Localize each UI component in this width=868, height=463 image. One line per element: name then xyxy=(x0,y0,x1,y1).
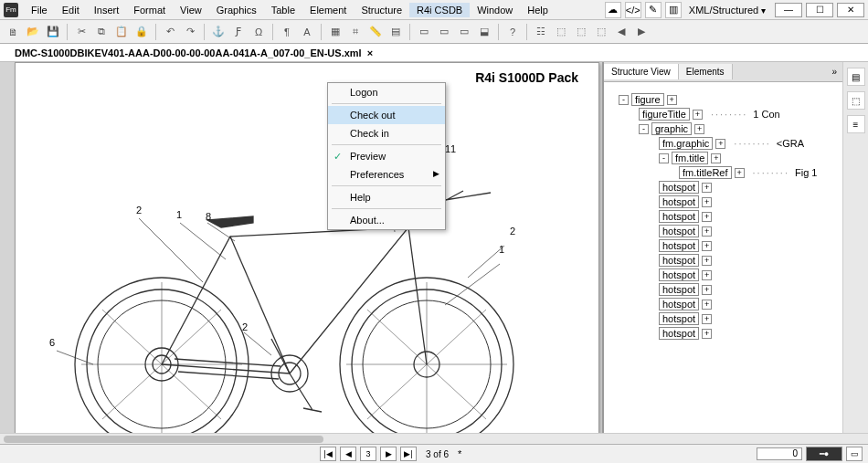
tree-node-hotspot[interactable]: hotspot+ xyxy=(609,312,837,325)
attr-icon[interactable]: ⬚ xyxy=(572,23,590,41)
tab-structure-view[interactable]: Structure View xyxy=(604,64,679,79)
tree-expand-attr-icon[interactable]: + xyxy=(702,329,712,339)
menuitem-preview[interactable]: Preview✓ xyxy=(328,147,445,165)
panel-collapse-icon[interactable]: » xyxy=(826,67,842,77)
menuitem-help[interactable]: Help xyxy=(328,188,445,206)
menuitem-check-in[interactable]: Check in xyxy=(328,124,445,142)
ruler-icon[interactable]: 📏 xyxy=(366,23,385,41)
zoom-toggle-icon[interactable]: ━● xyxy=(806,447,842,461)
tree-expand-attr-icon[interactable]: + xyxy=(694,124,704,134)
tree-expand-attr-icon[interactable]: + xyxy=(702,270,712,280)
redo-icon[interactable]: ↷ xyxy=(181,23,199,41)
tree-h-scrollbar[interactable] xyxy=(0,433,868,444)
menu-edit[interactable]: Edit xyxy=(55,3,87,17)
save-icon[interactable]: 💾 xyxy=(44,23,62,41)
tree-node-fm-titleRef[interactable]: fm.titleRef+········Fig 1 xyxy=(609,166,837,179)
tree-expand-attr-icon[interactable]: + xyxy=(735,168,745,178)
prev-icon[interactable]: ◀ xyxy=(612,23,630,41)
menu-view[interactable]: View xyxy=(173,3,209,17)
code-icon[interactable]: </> xyxy=(625,2,641,18)
menuitem-logon[interactable]: Logon xyxy=(328,83,445,101)
menuitem-about-[interactable]: About... xyxy=(328,211,445,229)
tree-node-hotspot[interactable]: hotspot+ xyxy=(609,181,837,194)
footnote-icon[interactable]: Ƒ xyxy=(229,23,248,41)
cloud-icon[interactable]: ☁ xyxy=(605,2,621,18)
tree-node-hotspot[interactable]: hotspot+ xyxy=(609,298,837,310)
menu-r4i-csdb[interactable]: R4i CSDB xyxy=(409,3,470,17)
structure-tree[interactable]: -figure+figureTitle+········1 Con-graphi… xyxy=(604,82,842,444)
char-icon[interactable]: A xyxy=(298,23,316,41)
page-number-field[interactable]: 3 xyxy=(360,447,376,461)
undo-icon[interactable]: ↶ xyxy=(161,23,179,41)
menu-structure[interactable]: Structure xyxy=(354,3,409,17)
strip-icon-1[interactable]: ▤ xyxy=(847,68,865,86)
menu-table[interactable]: Table xyxy=(264,3,302,17)
cut-icon[interactable]: ✂ xyxy=(72,23,90,41)
tree-expand-attr-icon[interactable]: + xyxy=(702,256,712,266)
new-icon[interactable]: 🗎 xyxy=(4,23,22,41)
paste-icon[interactable]: 📋 xyxy=(112,23,131,41)
menu-graphics[interactable]: Graphics xyxy=(209,3,264,17)
first-page-button[interactable]: |◀ xyxy=(320,447,336,461)
menuitem-check-out[interactable]: Check out xyxy=(328,106,445,124)
next-icon[interactable]: ▶ xyxy=(632,23,651,41)
canvas-area[interactable]: R4i S1000D Pack xyxy=(0,62,603,444)
tree-expand-attr-icon[interactable]: + xyxy=(711,153,721,163)
zoom-field[interactable]: 0 xyxy=(757,447,802,460)
para-icon[interactable]: ¶ xyxy=(278,23,296,41)
tree-node-hotspot[interactable]: hotspot+ xyxy=(609,195,837,208)
text-frame-icon[interactable]: ▭ xyxy=(415,23,433,41)
anchor-icon[interactable]: ⚓ xyxy=(209,23,228,41)
element-icon[interactable]: ⬚ xyxy=(552,23,570,41)
tree-node-hotspot[interactable]: hotspot+ xyxy=(609,225,837,237)
open-icon[interactable]: 📂 xyxy=(24,23,42,41)
close-button[interactable]: ✕ xyxy=(837,3,864,17)
wrap-icon[interactable]: ▭ xyxy=(455,23,473,41)
tree-expand-attr-icon[interactable]: + xyxy=(702,197,712,207)
tree-node-hotspot[interactable]: hotspot+ xyxy=(609,254,837,267)
panel-icon[interactable]: ▥ xyxy=(665,2,682,18)
document-tab[interactable]: DMC-S1000DBIKEV401-AAA-D00-00-00-00AA-04… xyxy=(7,46,380,60)
tree-node-graphic[interactable]: -graphic+ xyxy=(609,122,837,135)
tree-expand-attr-icon[interactable]: + xyxy=(702,285,712,295)
tree-node-fm-title[interactable]: -fm.title+ xyxy=(609,152,837,164)
menu-file[interactable]: File xyxy=(24,3,55,17)
tree-node-fm-graphic[interactable]: fm.graphic+········<GRA xyxy=(609,137,837,150)
tree-expand-attr-icon[interactable]: + xyxy=(702,241,712,251)
menu-insert[interactable]: Insert xyxy=(87,3,127,17)
tree-toggle-icon[interactable]: - xyxy=(639,124,649,134)
tree-node-figure[interactable]: -figure+ xyxy=(609,93,837,106)
tree-node-hotspot[interactable]: hotspot+ xyxy=(609,327,837,340)
tree-toggle-icon[interactable]: - xyxy=(619,95,629,105)
prev-page-button[interactable]: ◀ xyxy=(340,447,356,461)
tree-node-hotspot[interactable]: hotspot+ xyxy=(609,283,837,296)
tab-elements[interactable]: Elements xyxy=(679,64,733,79)
symbols-icon[interactable]: ⌗ xyxy=(346,23,365,41)
tree-node-figureTitle[interactable]: figureTitle+········1 Con xyxy=(609,108,837,121)
workspace-label[interactable]: XML/Structured ▾ xyxy=(683,4,771,16)
tree-expand-attr-icon[interactable]: + xyxy=(667,95,677,105)
edit-icon[interactable]: ✎ xyxy=(645,2,662,18)
tree-expand-attr-icon[interactable]: + xyxy=(702,314,712,324)
tree-expand-attr-icon[interactable]: + xyxy=(702,183,712,193)
copy-icon[interactable]: ⧉ xyxy=(92,23,111,41)
minimize-button[interactable]: — xyxy=(775,3,802,17)
tree-expand-attr-icon[interactable]: + xyxy=(693,110,703,120)
tree-node-hotspot[interactable]: hotspot+ xyxy=(609,210,837,223)
strip-icon-3[interactable]: ≡ xyxy=(847,115,865,133)
menu-help[interactable]: Help xyxy=(520,3,556,17)
symbol-icon[interactable]: Ω xyxy=(249,23,268,41)
strip-icon-2[interactable]: ⬚ xyxy=(847,91,865,110)
next-page-button[interactable]: ▶ xyxy=(380,447,397,461)
help-icon[interactable]: ? xyxy=(503,23,522,41)
tree-node-hotspot[interactable]: hotspot+ xyxy=(609,268,837,281)
close-tab-icon[interactable]: × xyxy=(367,47,373,58)
struct-icon[interactable]: ☷ xyxy=(532,23,550,41)
merge-icon[interactable]: ⬓ xyxy=(475,23,493,41)
tree-expand-attr-icon[interactable]: + xyxy=(702,212,712,222)
grid-icon[interactable]: ▤ xyxy=(386,23,405,41)
tree-expand-attr-icon[interactable]: + xyxy=(702,300,712,310)
lock-icon[interactable]: 🔒 xyxy=(132,23,151,41)
tree-toggle-icon[interactable]: - xyxy=(659,153,669,163)
tag-icon[interactable]: ⬚ xyxy=(592,23,610,41)
